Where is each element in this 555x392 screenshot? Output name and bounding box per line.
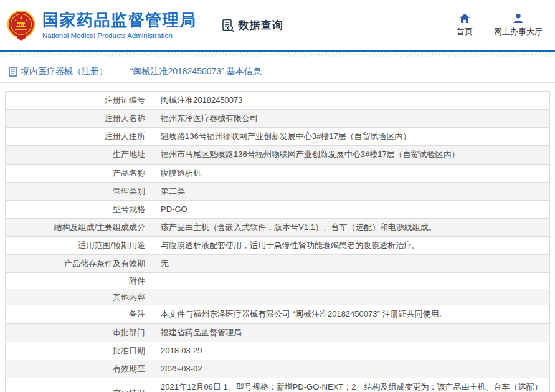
row-value: 与腹膜透析液配套使用，适用于急慢性肾功能衰竭患者的腹膜透析治疗。 — [153, 237, 550, 255]
document-icon — [9, 67, 17, 77]
row-value: 福州东泽医疗器械有限公司 — [153, 110, 550, 128]
row-label: 其他内容 — [6, 289, 153, 305]
table-row: 注册人住所魁岐路136号福州物联网产业创新发展中心3#楼17层（自贸试验区内） — [6, 128, 550, 146]
nav-item-label: 网上办事大厅 — [494, 26, 543, 37]
document-search-icon — [221, 18, 235, 33]
row-label: 结构及组成/主要组成成分 — [6, 218, 153, 236]
row-value: 腹膜透析机 — [153, 164, 550, 182]
site-subtitle: National Medical Products Administration — [42, 32, 197, 39]
row-value: 福建省药品监督管理局 — [153, 323, 550, 342]
row-label: 型号规格 — [6, 200, 153, 218]
row-value: 2021年12月06日 1、型号规格：新增PD-GO-NEXT；2、结构及组成变… — [153, 378, 550, 392]
table-row: 生产地址福州市马尾区魁岐路136号福州物联网产业创新发展中心3#楼17层（自贸试… — [6, 146, 550, 164]
row-label: 变更情况 — [6, 378, 153, 392]
national-emblem-icon: ★ ★ ★ — [6, 10, 36, 41]
svg-text:★: ★ — [19, 15, 23, 21]
nav-item-home[interactable]: 首页 — [457, 13, 473, 37]
svg-text:★: ★ — [26, 19, 28, 22]
table-row: 批准日期2018-03-29 — [6, 342, 550, 360]
nav-item-service-hall[interactable]: 网上办事大厅 — [494, 13, 543, 37]
header-nav: 首页 网上办事大厅 — [457, 13, 546, 37]
row-label: 注册人名称 — [6, 110, 153, 128]
table-row: 型号规格PD-GO — [6, 200, 550, 218]
table-row: 产品名称腹膜透析机 — [6, 164, 550, 182]
site-title: 国家药品监督管理局 — [42, 11, 197, 30]
svg-text:★: ★ — [14, 19, 17, 22]
row-value: 闽械注准20182450073 — [153, 92, 550, 110]
breadcrumb-text: 境内医疗器械（注册） —— “闽械注准20182450073” 基本信息 — [21, 66, 262, 77]
table-row: 适用范围/预期用途与腹膜透析液配套使用，适用于急慢性肾功能衰竭患者的腹膜透析治疗… — [6, 237, 550, 255]
table-row: 变更情况2021年12月06日 1、型号规格：新增PD-GO-NEXT；2、结构… — [6, 378, 550, 392]
row-value: 魁岐路136号福州物联网产业创新发展中心3#楼17层（自贸试验区内） — [153, 128, 550, 146]
row-value: 第二类 — [153, 182, 550, 200]
info-table-body: 注册证编号闽械注准20182450073注册人名称福州东泽医疗器械有限公司注册人… — [6, 92, 550, 392]
nav-item-label: 首页 — [457, 26, 473, 37]
home-icon — [459, 13, 470, 24]
table-row: 管理类别第二类 — [6, 182, 550, 200]
row-value: 该产品由主机（含嵌入式软件，版本号V1.1）、台车（选配）和电源线组成。 — [153, 218, 550, 236]
brand-text: 国家药品监督管理局 National Medical Products Admi… — [42, 11, 197, 39]
registration-info-table: 注册证编号闽械注准20182450073注册人名称福州东泽医疗器械有限公司注册人… — [5, 91, 550, 392]
row-label: 产品储存条件及有效期 — [6, 255, 153, 273]
table-row: 附件 — [6, 273, 550, 289]
row-value: 2018-03-29 — [153, 342, 550, 360]
row-value: 福州市马尾区魁岐路136号福州物联网产业创新发展中心3#楼17层（自贸试验区内） — [153, 146, 550, 164]
row-value: 本文件与福州东泽医疗器械有限公司 “闽械注准20182450073” 注册证共同… — [153, 305, 550, 323]
hatch-divider — [0, 52, 555, 57]
table-row: 结构及组成/主要组成成分该产品由主机（含嵌入式软件，版本号V1.1）、台车（选配… — [6, 218, 550, 236]
row-label: 备注 — [6, 305, 153, 323]
row-label: 注册人住所 — [6, 128, 153, 146]
row-value — [153, 289, 550, 305]
row-value — [153, 273, 550, 289]
row-label: 产品名称 — [6, 164, 153, 182]
table-row: 产品储存条件及有效期无 — [6, 255, 550, 273]
site-logo: ★ ★ ★ 国家药品监督管理局 National Medical Product… — [6, 10, 197, 41]
row-value: 无 — [153, 255, 550, 273]
data-query-label: 数据查询 — [239, 18, 283, 32]
data-query-nav[interactable]: 数据查询 — [221, 18, 283, 33]
row-value: PD-GO — [153, 200, 550, 218]
breadcrumb: 境内医疗器械（注册） —— “闽械注准20182450073” 基本信息 — [0, 62, 555, 83]
row-value: 2025-08-02 — [153, 360, 550, 378]
row-label: 附件 — [6, 273, 153, 289]
table-row: 其他内容 — [6, 289, 550, 305]
row-label: 生产地址 — [6, 146, 153, 164]
row-label: 有效期至 — [6, 360, 153, 378]
site-header: ★ ★ ★ 国家药品监督管理局 National Medical Product… — [0, 0, 555, 52]
row-label: 审批部门 — [6, 323, 153, 342]
table-row: 注册人名称福州东泽医疗器械有限公司 — [6, 110, 550, 128]
table-row: 有效期至2025-08-02 — [6, 360, 550, 378]
row-label: 注册证编号 — [6, 92, 153, 110]
table-row: 注册证编号闽械注准20182450073 — [6, 92, 550, 110]
row-label: 管理类别 — [6, 182, 153, 200]
table-row: 审批部门福建省药品监督管理局 — [6, 323, 550, 342]
table-row: 备注本文件与福州东泽医疗器械有限公司 “闽械注准20182450073” 注册证… — [6, 305, 550, 323]
user-icon — [513, 13, 524, 24]
row-label: 适用范围/预期用途 — [6, 237, 153, 255]
row-label: 批准日期 — [6, 342, 153, 360]
